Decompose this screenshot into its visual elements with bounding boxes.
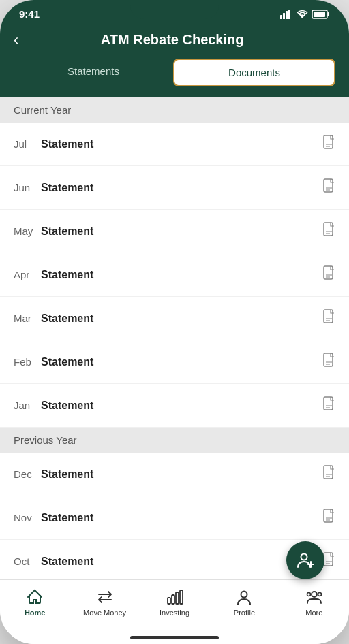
nav-label-profile: Profile bbox=[234, 609, 255, 617]
tab-statements[interactable]: Statements bbox=[14, 59, 173, 86]
nav-item-more[interactable]: More bbox=[279, 585, 349, 619]
status-icons bbox=[280, 10, 330, 19]
svg-point-28 bbox=[312, 592, 317, 597]
tab-documents[interactable]: Documents ☞ bbox=[173, 59, 335, 86]
move-money-icon bbox=[96, 588, 114, 606]
document-icon bbox=[323, 135, 335, 153]
person-add-icon bbox=[296, 551, 315, 570]
list-item[interactable]: Feb Statement bbox=[0, 340, 349, 384]
fab-button[interactable] bbox=[286, 541, 324, 579]
document-icon bbox=[323, 396, 335, 415]
nav-label-more: More bbox=[305, 609, 322, 617]
more-icon bbox=[305, 588, 323, 606]
document-icon bbox=[323, 265, 335, 284]
time-display: 9:41 bbox=[19, 8, 40, 20]
svg-rect-2 bbox=[286, 11, 288, 19]
list-item[interactable]: Jun Statement bbox=[0, 166, 349, 210]
svg-rect-0 bbox=[280, 15, 282, 19]
nav-label-home: Home bbox=[25, 609, 46, 617]
home-icon bbox=[26, 588, 44, 606]
svg-rect-3 bbox=[288, 10, 290, 19]
svg-point-30 bbox=[318, 593, 321, 596]
list-item[interactable]: Nov Statement bbox=[0, 496, 349, 540]
home-indicator bbox=[0, 630, 349, 644]
home-bar bbox=[130, 636, 219, 639]
document-icon bbox=[323, 465, 335, 483]
document-icon bbox=[323, 178, 335, 197]
bottom-nav: Home Move Money Investing Profile bbox=[0, 579, 349, 630]
battery-icon bbox=[312, 10, 330, 19]
svg-rect-6 bbox=[328, 12, 330, 16]
notch bbox=[130, 0, 219, 19]
signal-icon bbox=[280, 10, 292, 19]
back-button[interactable]: ‹ bbox=[14, 33, 18, 48]
document-icon bbox=[323, 353, 335, 371]
list-item[interactable]: Dec Statement bbox=[0, 453, 349, 496]
nav-label-investing: Investing bbox=[160, 609, 189, 617]
list-item[interactable]: Jan Statement bbox=[0, 384, 349, 428]
list-item[interactable]: Jul Statement bbox=[0, 123, 349, 166]
wifi-icon bbox=[297, 10, 308, 19]
svg-rect-23 bbox=[168, 598, 170, 604]
svg-rect-26 bbox=[180, 590, 183, 604]
list-item[interactable]: Apr Statement bbox=[0, 253, 349, 297]
svg-point-4 bbox=[301, 16, 303, 18]
content-area: Current Year Jul Statement Jun Statement… bbox=[0, 97, 349, 579]
section-header-previous: Previous Year bbox=[0, 428, 349, 453]
svg-rect-24 bbox=[172, 595, 174, 604]
svg-point-29 bbox=[307, 593, 310, 596]
document-icon bbox=[323, 222, 335, 240]
list-item[interactable]: Mar Statement bbox=[0, 297, 349, 340]
svg-point-20 bbox=[301, 554, 307, 560]
page-title: ATM Rebate Checking bbox=[29, 32, 315, 48]
svg-rect-1 bbox=[283, 13, 285, 19]
nav-item-home[interactable]: Home bbox=[0, 585, 70, 619]
phone-frame: 9:41 ‹ ATM bbox=[0, 0, 349, 644]
cursor-icon: ☞ bbox=[309, 84, 322, 100]
section-header-current: Current Year bbox=[0, 97, 349, 123]
nav-item-move-money[interactable]: Move Money bbox=[70, 585, 139, 619]
tab-bar: Statements Documents ☞ bbox=[0, 59, 349, 97]
svg-point-27 bbox=[241, 592, 247, 598]
nav-item-profile[interactable]: Profile bbox=[209, 585, 279, 619]
investing-icon bbox=[166, 588, 183, 606]
list-item[interactable]: May Statement bbox=[0, 210, 349, 253]
document-icon bbox=[323, 309, 335, 327]
svg-rect-7 bbox=[314, 12, 325, 17]
document-icon bbox=[323, 509, 335, 527]
document-icon bbox=[323, 552, 335, 570]
nav-item-investing[interactable]: Investing bbox=[140, 585, 209, 619]
profile-icon bbox=[235, 588, 253, 606]
nav-label-move-money: Move Money bbox=[83, 609, 126, 617]
svg-rect-25 bbox=[176, 592, 179, 604]
header: ‹ ATM Rebate Checking bbox=[0, 25, 349, 59]
